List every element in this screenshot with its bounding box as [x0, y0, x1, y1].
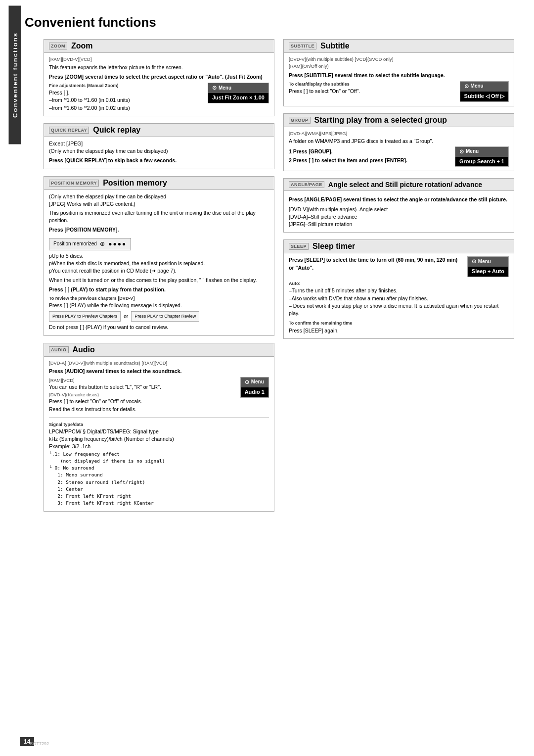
right-column: SUBTITLE Subtitle [DVD-V](with multiple …: [283, 39, 514, 512]
zoom-menu-title: ⊙ Menu: [208, 83, 268, 93]
signal-tree-6: 2: Front left KFront right: [49, 493, 269, 500]
group-icon: GROUP: [289, 117, 311, 124]
signal-desc1: LPCM/PPCM/ § Digital/DTS/MPEG: Signal ty…: [49, 428, 269, 435]
rot-number: ROT7292: [30, 741, 514, 746]
audio-dvd-karaoke: [DVD-V](Karaoke discs): [49, 391, 161, 398]
signal-desc3: Example: 3/2 .1ch: [49, 443, 269, 450]
angle-section: ANGLE/PAGE Angle select and Still pictur…: [283, 178, 514, 233]
quick-replay-except: Except [JPEG]: [49, 140, 269, 147]
pos-note4: When the unit is turned on or the disc c…: [49, 277, 269, 284]
sleep-confirm-label: To confirm the remaining time: [289, 321, 352, 326]
subtitle-icon: SUBTITLE: [289, 43, 316, 49]
zoom-press-line: Press [ ].: [49, 89, 130, 96]
angle-press: Press [ANGLE/PAGE] several times to sele…: [289, 196, 507, 202]
zoom-section: ZOOM Zoom [RAM][DVD-V][VCD] This feature…: [44, 39, 274, 116]
group-body: [DVD-A][WMA][MP3][JPEG] A folder on WMA/…: [284, 127, 514, 171]
signal-tree-4: 2: Stereo surround (left/right): [49, 479, 269, 486]
group-title: Starting play from a selected group: [314, 116, 447, 125]
zoom-press-bold: Press [ZOOM] several times to select the…: [49, 74, 263, 80]
subtitle-body: [DVD-V](with multiple subtitles) [VCD](S…: [284, 53, 514, 106]
sleep-section: SLEEP Sleep timer Press [SLEEP] to selec…: [283, 239, 514, 338]
position-memory-title: Position memory: [103, 179, 167, 188]
zoom-desc: This feature expands the letterbox pictu…: [49, 64, 269, 71]
angle-header: ANGLE/PAGE Angle select and Still pictur…: [284, 179, 514, 191]
zoom-compat: [RAM][DVD-V][VCD]: [49, 56, 269, 63]
zoom-menu-content: Just Fit Zoom × 1.00: [208, 93, 268, 103]
signal-desc2: kHz (Sampling frequency)/bit/ch (Number …: [49, 435, 269, 443]
signal-tree-3: 1: Mono surround: [49, 472, 269, 478]
audio-menu: ⊙ Menu Audio 1: [240, 377, 269, 398]
sleep-title: Sleep timer: [312, 242, 355, 251]
audio-ram-vcd: [RAM][VCD]: [49, 377, 161, 384]
sleep-auto3: – Does not work if you stop play or show…: [289, 302, 509, 317]
pos-bar-label: Position memorized: [53, 240, 97, 248]
group-section: GROUP Starting play from a selected grou…: [283, 113, 514, 172]
zoom-range1: –from ᴹ1.00 to ᴹ1.60 (in 0.01 units): [49, 96, 130, 104]
signal-tree: └.1: Low frequency effect (not displayed…: [49, 451, 269, 507]
sleep-menu-content: Sleep ÷ Auto: [468, 267, 508, 277]
subtitle-menu: ⊙ Menu Subtitle ◁ Off ▷: [460, 81, 509, 102]
sleep-auto-label: Auto:: [289, 281, 301, 286]
subtitle-press: Press [SUBTITLE] several times to select…: [289, 72, 445, 78]
signal-title: Signal type/data: [49, 422, 269, 428]
angle-title: Angle select and Still picture rotation/…: [328, 181, 482, 189]
pos-note1: pUp to 5 discs.: [49, 252, 269, 260]
zoom-body: [RAM][DVD-V][VCD] This feature expands t…: [44, 53, 274, 116]
chapter-review-box: Press PLAY to Preview Chapters or Press …: [49, 311, 269, 322]
group-steps: 1 Press [GROUP]. 2 Press [ ] to select t…: [289, 146, 407, 164]
pos-desc2: [JPEG] Works with all JPEG content.): [49, 200, 269, 208]
audio-details: [RAM][VCD] You can use this button to se…: [49, 377, 161, 413]
sleep-auto1: –Turns the unit off 5 minutes after play…: [289, 287, 509, 294]
angle-compat3: [JPEG]–Still picture rotation: [289, 221, 509, 228]
sleep-body: Press [SLEEP] to select the time to turn…: [284, 253, 514, 338]
position-memory-header: POSITION MEMORY Position memory: [44, 177, 274, 190]
pos-press2: Press [ ] (PLAY) to start play from that…: [49, 286, 166, 292]
pos-desc1: (Only when the elapsed play time can be …: [49, 193, 269, 200]
subtitle-menu-title: ⊙ Menu: [460, 82, 508, 92]
subtitle-section: SUBTITLE Subtitle [DVD-V](with multiple …: [283, 39, 514, 106]
audio-ram-note: You can use this button to select "L", "…: [49, 383, 161, 391]
group-step1: 1 Press [GROUP].: [289, 148, 333, 154]
group-menu-content: Group Search ÷ 1: [455, 157, 508, 167]
sidebar-label: Convenient functions: [9, 6, 21, 144]
subtitle-menu-content: Subtitle ◁ Off ▷: [460, 92, 508, 101]
angle-compat1: [DVD-V](with multiple angles)–Angle sele…: [289, 206, 509, 213]
subtitle-title: Subtitle: [320, 42, 350, 50]
zoom-fine-label: Fine adjustments (Manual Zoom): [49, 83, 130, 89]
group-step2: 2 Press [ ] to select the item and press…: [289, 157, 407, 163]
zoom-menu: ⊙ Menu Just Fit Zoom × 1.00: [208, 83, 269, 103]
pos-review-label: To review the previous chapters [DVD-V]: [49, 295, 269, 302]
group-compat: [DVD-A][WMA][MP3][JPEG]: [289, 130, 509, 137]
sleep-menu-title: ⊙ Menu: [468, 257, 508, 267]
audio-compat: [DVD-A] [DVD-V](with multiple soundtrack…: [49, 360, 269, 367]
audio-read-note: Read the discs instructions for details.: [49, 406, 161, 413]
audio-title: Audio: [73, 345, 95, 354]
signal-tree-1: (not displayed if there is no signal): [49, 458, 269, 465]
quick-replay-body: Except [JPEG] (Only when the elapsed pla…: [44, 137, 274, 169]
audio-icon: AUDIO: [49, 346, 69, 353]
pos-note3: pYou cannot recall the position in CD Mo…: [49, 267, 269, 275]
audio-divider: [49, 417, 269, 418]
zoom-press: Press [ZOOM] several times to select the…: [49, 73, 269, 81]
quick-replay-desc: (Only when the elapsed play time can be …: [49, 147, 269, 155]
signal-tree-2: └ 0: No surround: [49, 465, 269, 472]
pos-review-desc: Press [ ] (PLAY) while the following mes…: [49, 302, 269, 309]
position-memory-bar: Position memorized ⊕ ●●●●: [49, 238, 131, 250]
signal-tree-0: └.1: Low frequency effect: [49, 451, 269, 458]
sleep-press: Press [SLEEP] to select the time to turn…: [289, 257, 457, 270]
zoom-header: ZOOM Zoom: [44, 40, 274, 53]
sleep-header: SLEEP Sleep timer: [284, 240, 514, 253]
audio-karaoke-note: Press [ ] to select "On" or "Off" of voc…: [49, 398, 161, 405]
quick-replay-header: QUICK REPLAY Quick replay: [44, 124, 274, 137]
quick-replay-press: Press [QUICK REPLAY] to skip back a few …: [49, 157, 177, 163]
zoom-title: Zoom: [71, 42, 93, 50]
group-menu: ⊙ Menu Group Search ÷ 1: [455, 146, 509, 167]
sleep-auto2: –Also works with DVDs that show a menu a…: [289, 295, 509, 302]
subtitle-clear-desc: Press [ ] to select "On" or "Off".: [289, 88, 360, 95]
subtitle-compat1: [DVD-V](with multiple subtitles) [VCD](S…: [289, 56, 509, 63]
signal-tree-7: 3: Front left KFront right KCenter: [49, 500, 269, 507]
pos-bar-bullets: ⊕ ●●●●: [100, 240, 127, 248]
chapter-btn2: Press PLAY to Chapter Review: [131, 311, 199, 322]
angle-compat2: [DVD-A]–Still picture advance: [289, 213, 509, 221]
subtitle-clear: To clear/display the subtitles Press [ ]…: [289, 81, 360, 95]
